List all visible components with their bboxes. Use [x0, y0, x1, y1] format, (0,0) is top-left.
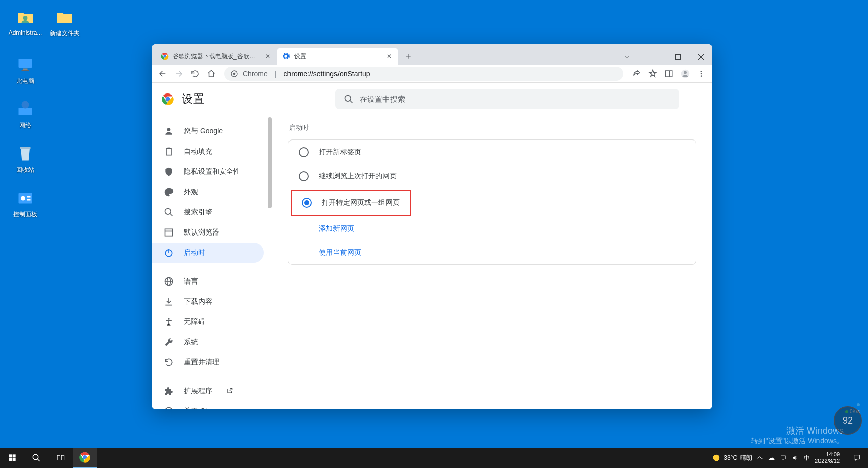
chrome-window: 谷歌浏览器下载电脑版_谷歌浏览 ✕ 设置 ✕ Chrome | chrome: — [152, 44, 712, 409]
chrome-icon — [164, 406, 174, 409]
svg-rect-2 — [23, 69, 28, 70]
start-button[interactable] — [0, 448, 24, 468]
svg-rect-42 — [9, 454, 12, 457]
activation-watermark: 激活 Windows 转到"设置"以激活 Windows。 — [751, 425, 844, 446]
desktop-icon-new-folder[interactable]: 新建文件夹 — [46, 7, 83, 38]
ime-indicator[interactable]: 中 — [804, 454, 810, 462]
svg-point-46 — [33, 454, 38, 460]
svg-point-25 — [345, 96, 351, 102]
perf-overlay[interactable]: 92 — [834, 406, 862, 435]
titlebar: 谷歌浏览器下载电脑版_谷歌浏览 ✕ 设置 ✕ — [152, 44, 712, 65]
share-button[interactable] — [630, 67, 644, 81]
nav-item-chrome[interactable]: 关于 Chrome — [152, 401, 264, 409]
task-view-button[interactable] — [49, 448, 73, 468]
tab-search-button[interactable] — [615, 49, 639, 65]
svg-rect-9 — [27, 196, 31, 198]
nav-item-reset[interactable]: 重置并清理 — [152, 352, 264, 372]
side-panel-button[interactable] — [662, 67, 676, 81]
tray-chevron-icon[interactable]: ヘ — [757, 454, 763, 462]
tab-strip: 谷歌浏览器下载电脑版_谷歌浏览 ✕ 设置 ✕ — [152, 48, 415, 65]
scrollbar-thumb[interactable] — [268, 117, 272, 208]
radio-button[interactable] — [299, 147, 309, 157]
nav-item-shield[interactable]: 隐私设置和安全性 — [152, 162, 264, 182]
nav-label: 系统 — [184, 338, 198, 347]
menu-button[interactable] — [694, 67, 708, 81]
tray-network-icon[interactable] — [780, 454, 787, 461]
nav-item-power[interactable]: 启动时 — [152, 243, 264, 263]
close-window-button[interactable] — [689, 49, 712, 65]
nav-label: 默认浏览器 — [184, 228, 219, 237]
settings-main: 启动时 打开新标签页继续浏览上次打开的网页打开特定网页或一组网页添加新网页使用当… — [272, 83, 712, 409]
power-icon — [164, 248, 174, 258]
tab-download-page[interactable]: 谷歌浏览器下载电脑版_谷歌浏览 ✕ — [156, 48, 277, 65]
tab-settings[interactable]: 设置 ✕ — [277, 48, 398, 65]
icon-label: Administra... — [7, 29, 43, 36]
svg-rect-3 — [22, 70, 29, 71]
nav-item-puzzle[interactable]: 扩展程序 — [152, 381, 264, 401]
nav-label: 重置并清理 — [184, 358, 219, 367]
close-tab-icon[interactable]: ✕ — [385, 52, 393, 60]
nav-item-accessibility[interactable]: 无障碍 — [152, 312, 264, 332]
reset-icon — [164, 357, 174, 367]
nav-item-download[interactable]: 下载内容 — [152, 292, 264, 312]
search-icon — [344, 94, 354, 104]
maximize-button[interactable] — [666, 49, 689, 65]
tray-volume-icon[interactable] — [792, 454, 799, 461]
clock[interactable]: 14:09 2022/8/12 — [815, 451, 843, 464]
sun-icon — [712, 454, 720, 462]
desktop-icon-this-pc[interactable]: 此电脑 — [7, 55, 43, 85]
minimize-button[interactable] — [643, 49, 666, 65]
reload-button[interactable] — [188, 67, 202, 81]
desktop-icon-network[interactable]: 网络 — [7, 99, 43, 130]
startup-option-1[interactable]: 继续浏览上次打开的网页 — [288, 164, 696, 189]
nav-item-palette[interactable]: 外观 — [152, 182, 264, 202]
nav-label: 无障碍 — [184, 317, 205, 326]
svg-point-39 — [168, 318, 169, 320]
new-tab-button[interactable] — [401, 49, 415, 63]
user-folder-icon — [15, 7, 35, 27]
nav-item-search[interactable]: 搜索引擎 — [152, 202, 264, 222]
nav-item-globe[interactable]: 语言 — [152, 271, 264, 292]
trash-icon — [15, 144, 35, 164]
url-separator: | — [272, 70, 280, 78]
nav-item-browser[interactable]: 默认浏览器 — [152, 222, 264, 243]
action-center-button[interactable] — [848, 448, 866, 468]
startup-link-0[interactable]: 添加新网页 — [288, 217, 696, 241]
nav-item-clipboard[interactable]: 自动填充 — [152, 142, 264, 162]
folder-icon — [55, 7, 75, 27]
url-scheme: Chrome — [243, 70, 268, 78]
profile-button[interactable] — [678, 67, 692, 81]
svg-point-0 — [23, 16, 28, 20]
chrome-taskbar-button[interactable] — [73, 448, 97, 468]
startup-option-2[interactable]: 打开特定网页或一组网页 — [292, 191, 410, 215]
settings-search[interactable]: 在设置中搜索 — [335, 89, 679, 109]
address-bar[interactable]: Chrome | chrome://settings/onStartup — [224, 67, 623, 81]
forward-button[interactable] — [172, 67, 186, 81]
option-label: 打开特定网页或一组网页 — [322, 198, 400, 207]
weather-widget[interactable]: 33°C 晴朗 — [712, 454, 752, 462]
bookmark-button[interactable] — [646, 67, 660, 81]
startup-option-0[interactable]: 打开新标签页 — [288, 140, 696, 164]
back-button[interactable] — [156, 67, 170, 81]
desktop-icon-recycle-bin[interactable]: 回收站 — [7, 144, 43, 174]
tray-onedrive-icon[interactable]: ☁ — [768, 454, 775, 461]
startup-link-1[interactable]: 使用当前网页 — [288, 241, 696, 264]
search-button[interactable] — [24, 448, 49, 468]
accessibility-icon — [164, 317, 174, 327]
svg-point-8 — [21, 196, 25, 201]
globe-icon — [164, 276, 174, 287]
nav-label: 启动时 — [184, 248, 205, 257]
desktop-icon-control-panel[interactable]: 控制面板 — [7, 188, 43, 219]
monitor-icon — [15, 55, 35, 75]
nav-label: 关于 Chrome — [184, 407, 225, 409]
close-tab-icon[interactable]: ✕ — [264, 52, 272, 60]
home-button[interactable] — [204, 67, 218, 81]
system-tray[interactable]: ヘ ☁ 中 — [757, 454, 810, 462]
svg-rect-45 — [13, 458, 16, 461]
nav-label: 语言 — [184, 277, 198, 286]
nav-item-wrench[interactable]: 系统 — [152, 332, 264, 352]
radio-button[interactable] — [302, 198, 312, 208]
radio-button[interactable] — [299, 171, 309, 181]
nav-item-person[interactable]: 您与 Google — [152, 121, 264, 142]
desktop-icon-administrator[interactable]: Administra... — [7, 7, 43, 36]
